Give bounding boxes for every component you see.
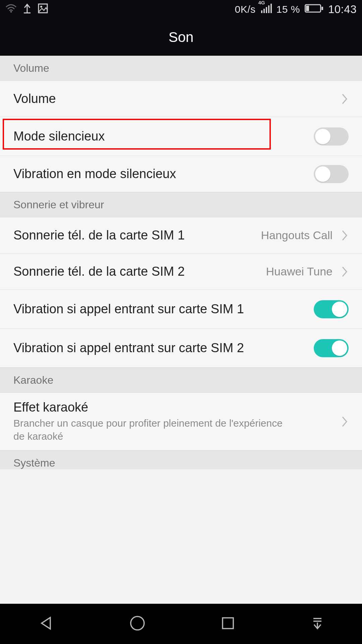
picture-icon: [38, 3, 48, 16]
row-karaoke-effect[interactable]: Effet karaoké Brancher un casque pour pr…: [0, 393, 362, 450]
row-sim1-value: Hangouts Call: [261, 229, 333, 242]
row-silent-label: Mode silencieux: [13, 129, 314, 144]
toggle-silent-mode[interactable]: [314, 127, 349, 146]
home-button[interactable]: [128, 614, 146, 634]
recent-apps-button[interactable]: [220, 615, 236, 633]
battery-percent-label: 15 %: [277, 4, 300, 15]
row-volume-label: Volume: [13, 92, 341, 106]
svg-rect-13: [223, 618, 233, 629]
row-karaoke-title: Effet karaoké: [13, 400, 335, 415]
row-vibrate-sim1[interactable]: Vibration si appel entrant sur carte SIM…: [0, 290, 362, 329]
row-vibrate-sim2-label: Vibration si appel entrant sur carte SIM…: [13, 341, 314, 355]
section-header-volume: Volume: [0, 56, 362, 81]
svg-point-0: [10, 11, 12, 12]
battery-icon: [305, 4, 323, 15]
status-right: 0K/s 4G 15 % 10:43: [235, 3, 357, 16]
status-left: [5, 3, 48, 16]
section-header-karaoke: Karaoke: [0, 368, 362, 393]
chevron-right-icon: [341, 415, 349, 428]
row-vibrate-silent[interactable]: Vibration en mode silencieux: [0, 156, 362, 192]
svg-rect-6: [266, 7, 267, 13]
svg-rect-5: [263, 9, 265, 13]
toggle-vibrate-silent[interactable]: [314, 165, 349, 183]
svg-point-3: [40, 6, 42, 8]
row-karaoke-sub: Brancher un casque pour profiter pleinem…: [13, 417, 288, 443]
chevron-right-icon: [341, 92, 349, 106]
toggle-vibrate-sim1[interactable]: [314, 300, 349, 318]
status-bar: 0K/s 4G 15 % 10:43: [0, 0, 362, 19]
svg-rect-7: [268, 5, 269, 13]
chevron-right-icon: [341, 265, 349, 278]
row-sim1-label: Sonnerie tél. de la carte SIM 1: [13, 228, 261, 243]
svg-rect-11: [321, 7, 323, 10]
page-title-bar: Son: [0, 19, 362, 56]
page-title: Son: [169, 29, 194, 45]
svg-rect-10: [306, 6, 309, 11]
row-sim2-label: Sonnerie tél. de la carte SIM 2: [13, 264, 266, 279]
chevron-right-icon: [341, 229, 349, 242]
clock-label: 10:43: [328, 3, 357, 16]
signal-icon: 4G: [260, 4, 272, 15]
pulldown-button[interactable]: [309, 615, 325, 633]
section-header-system: Système: [0, 450, 362, 469]
row-sim2-value: Huawei Tune: [266, 265, 333, 278]
section-header-ringtone: Sonnerie et vibreur: [0, 192, 362, 217]
row-vibrate-silent-label: Vibration en mode silencieux: [13, 167, 314, 181]
row-vibrate-sim1-label: Vibration si appel entrant sur carte SIM…: [13, 302, 314, 316]
row-volume[interactable]: Volume: [0, 81, 362, 117]
netspeed-label: 0K/s: [235, 4, 255, 15]
svg-rect-4: [261, 10, 262, 13]
svg-rect-8: [270, 4, 272, 13]
svg-rect-1: [24, 12, 31, 13]
svg-point-12: [131, 616, 144, 630]
row-sim2-ringtone[interactable]: Sonnerie tél. de la carte SIM 2 Huawei T…: [0, 254, 362, 290]
back-button[interactable]: [37, 614, 55, 634]
wifi-icon: [5, 4, 17, 15]
upload-icon: [23, 3, 32, 16]
row-silent-mode[interactable]: Mode silencieux: [0, 117, 362, 156]
row-vibrate-sim2[interactable]: Vibration si appel entrant sur carte SIM…: [0, 329, 362, 368]
navigation-bar: [0, 604, 362, 644]
toggle-vibrate-sim2[interactable]: [314, 339, 349, 357]
row-sim1-ringtone[interactable]: Sonnerie tél. de la carte SIM 1 Hangouts…: [0, 217, 362, 254]
